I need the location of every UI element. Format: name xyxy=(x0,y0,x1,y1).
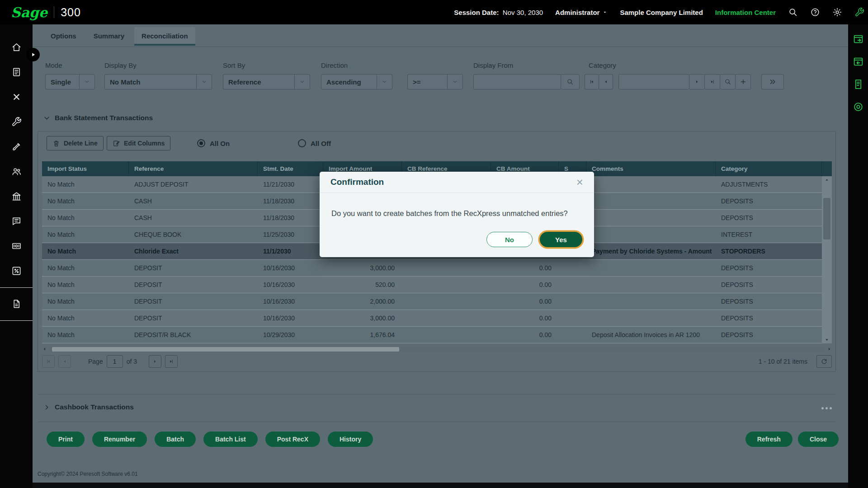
column-header[interactable]: Import Status xyxy=(42,161,129,176)
first-page-button[interactable] xyxy=(42,355,55,368)
tools-icon[interactable] xyxy=(6,112,26,131)
home-icon[interactable] xyxy=(6,37,26,57)
all-off-radio[interactable]: All Off xyxy=(298,136,331,150)
table-cell: 0.00 xyxy=(491,327,559,343)
display-from-lookup-button[interactable] xyxy=(561,74,580,89)
scroll-up-icon[interactable] xyxy=(825,178,829,182)
column-header[interactable]: Comments xyxy=(586,161,716,176)
category-input[interactable] xyxy=(618,74,689,89)
display-from-label: Display From xyxy=(473,61,513,69)
post-recx-button[interactable]: Post RecX xyxy=(265,432,320,447)
all-on-radio[interactable]: All On xyxy=(197,136,230,150)
table-row[interactable]: No MatchDEPOSIT10/16/2030520.000.00DEPOS… xyxy=(42,277,822,293)
table-cell xyxy=(402,260,491,276)
close-x-icon[interactable] xyxy=(6,87,26,107)
scrollbar-thumb[interactable] xyxy=(52,347,399,352)
bank-section-header[interactable]: Bank Statement Transactions xyxy=(43,114,153,122)
percent-icon[interactable] xyxy=(6,261,26,281)
display-by-dropdown-button[interactable] xyxy=(196,75,212,89)
horizontal-scrollbar[interactable] xyxy=(42,346,832,352)
page-input[interactable] xyxy=(107,355,123,368)
table-row[interactable]: No MatchDEPOSIT10/16/20302,000.000.00DEP… xyxy=(42,293,822,310)
table-row[interactable]: No MatchDEPOSIT10/16/20303,000.000.00DEP… xyxy=(42,310,822,327)
information-center-link[interactable]: Information Center xyxy=(715,9,776,16)
close-button[interactable]: Close xyxy=(798,432,839,447)
scrollbar-thumb[interactable] xyxy=(823,198,830,239)
file-report-icon[interactable] xyxy=(853,79,864,90)
vertical-scrollbar[interactable] xyxy=(822,176,832,343)
bank-icon[interactable] xyxy=(6,186,26,206)
chat-icon[interactable] xyxy=(6,211,26,231)
category-first-button[interactable] xyxy=(585,74,599,89)
renumber-button[interactable]: Renumber xyxy=(92,432,147,447)
all-on-label: All On xyxy=(210,140,230,147)
history-button[interactable]: History xyxy=(328,432,373,447)
users-icon[interactable] xyxy=(6,161,26,181)
table-cell xyxy=(586,193,716,209)
more-options-button[interactable] xyxy=(761,74,784,89)
target-icon[interactable] xyxy=(853,101,864,113)
operator-select[interactable]: >= xyxy=(407,74,463,89)
batch-list-button[interactable]: Batch List xyxy=(203,432,258,447)
table-cell: 2,000.00 xyxy=(323,293,402,310)
chevron-down-icon xyxy=(602,9,608,15)
category-prev-button[interactable] xyxy=(599,74,613,89)
column-header[interactable]: Category xyxy=(716,161,822,176)
sort-by-select[interactable]: Reference xyxy=(223,74,310,89)
operator-dropdown-button[interactable] xyxy=(447,75,462,89)
batch-button[interactable]: Batch xyxy=(155,432,196,447)
mode-select[interactable]: Single xyxy=(45,74,95,89)
scroll-left-icon[interactable] xyxy=(42,347,47,352)
category-next-button[interactable] xyxy=(689,74,705,89)
payment-icon[interactable] xyxy=(6,236,26,256)
scroll-down-icon[interactable] xyxy=(825,338,829,342)
column-header[interactable]: Stmt. Date xyxy=(258,161,323,176)
tab-options[interactable]: Options xyxy=(43,27,84,46)
direction-select[interactable]: Ascending xyxy=(321,74,392,89)
category-last-button[interactable] xyxy=(704,74,720,89)
table-row[interactable]: No MatchDEPOSIT10/16/20303,000.000.00DEP… xyxy=(42,260,822,277)
dock-window-icon[interactable] xyxy=(853,56,864,67)
table-row[interactable]: No MatchDEPOSIT/R BLACK10/29/20301,676.0… xyxy=(42,327,822,343)
user-menu[interactable]: Administrator xyxy=(555,9,608,16)
display-from-input[interactable] xyxy=(473,74,561,89)
prev-page-button[interactable] xyxy=(58,355,71,368)
wrench-icon[interactable] xyxy=(854,7,864,17)
more-menu-icon[interactable] xyxy=(821,407,832,409)
table-cell: DEPOSITS xyxy=(716,327,822,343)
close-icon[interactable]: × xyxy=(576,176,583,188)
delete-line-button[interactable]: Delete Line xyxy=(47,136,104,150)
sort-by-dropdown-button[interactable] xyxy=(294,75,310,89)
display-by-select[interactable]: No Match xyxy=(104,74,212,89)
yes-button[interactable]: Yes xyxy=(540,232,582,247)
refresh-button[interactable]: Refresh xyxy=(745,432,793,447)
search-icon[interactable] xyxy=(788,7,798,17)
table-cell: Chloride Exact xyxy=(129,243,258,259)
ledger-icon[interactable] xyxy=(6,62,26,82)
table-cell: CASH xyxy=(129,210,258,226)
brush-icon[interactable] xyxy=(6,136,26,156)
brand: Sage 300 xyxy=(0,5,81,20)
open-window-icon[interactable] xyxy=(853,33,864,45)
no-button[interactable]: No xyxy=(486,232,533,247)
table-cell: No Match xyxy=(42,243,129,259)
cashbook-section-header[interactable]: Cashbook Transactions xyxy=(43,403,134,411)
refresh-grid-button[interactable] xyxy=(816,355,832,368)
scrollbar-track[interactable] xyxy=(48,347,826,352)
print-button[interactable]: Print xyxy=(47,432,85,447)
next-page-button[interactable] xyxy=(149,355,161,368)
column-header[interactable]: Reference xyxy=(129,161,258,176)
mode-dropdown-button[interactable] xyxy=(79,75,94,89)
last-page-button[interactable] xyxy=(165,355,178,368)
category-new-button[interactable] xyxy=(735,74,751,89)
report-icon[interactable] xyxy=(6,294,26,314)
direction-dropdown-button[interactable] xyxy=(377,75,392,89)
sidebar-collapse-toggle[interactable] xyxy=(26,48,40,61)
tab-reconciliation[interactable]: Reconciliation xyxy=(134,27,195,46)
scroll-right-icon[interactable] xyxy=(827,347,832,352)
edit-columns-button[interactable]: Edit Columns xyxy=(107,136,170,150)
gear-icon[interactable] xyxy=(832,7,842,17)
help-icon[interactable] xyxy=(810,7,820,17)
tab-summary[interactable]: Summary xyxy=(86,27,132,46)
category-lookup-button[interactable] xyxy=(720,74,736,89)
